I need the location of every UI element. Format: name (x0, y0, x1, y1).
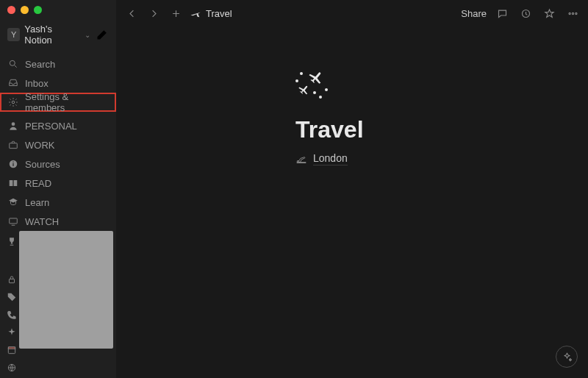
svg-point-18 (569, 13, 570, 14)
subpage-link-london[interactable]: London (295, 152, 588, 165)
topbar: Travel Share (116, 0, 588, 26)
sidebar-page-work[interactable]: WORK (0, 135, 116, 154)
subpage-label: London (313, 152, 348, 165)
svg-point-2 (12, 122, 15, 126)
gear-icon (7, 96, 19, 108)
sidebar-inbox[interactable]: Inbox (0, 74, 116, 93)
page-icon[interactable] (295, 66, 331, 101)
globe-icon[interactable] (6, 362, 18, 374)
page-content: Travel London (116, 26, 588, 165)
nav-forward-button[interactable] (146, 5, 162, 21)
book-icon (7, 177, 19, 189)
lock-icon[interactable] (6, 274, 18, 285)
svg-point-1 (12, 101, 15, 104)
briefcase-icon (7, 139, 19, 151)
svg-rect-5 (12, 163, 13, 166)
close-window-dot[interactable] (7, 6, 15, 14)
zoom-window-dot[interactable] (34, 6, 42, 14)
sidebar-page-label: WATCH (25, 216, 59, 227)
info-icon (7, 158, 19, 170)
sidebar-more-icons (0, 231, 18, 374)
sidebar-search-label: Search (25, 59, 55, 70)
workspace-name: Yash's Notion (24, 24, 80, 46)
svg-rect-6 (12, 162, 13, 163)
trophy-icon[interactable] (6, 235, 18, 247)
svg-rect-10 (8, 347, 15, 349)
sidebar-page-personal[interactable]: PERSONAL (0, 116, 116, 135)
plane-departure-icon (295, 153, 307, 165)
workspace-avatar: Y (7, 28, 20, 41)
updates-button[interactable] (517, 5, 534, 21)
sidebar-page-watch[interactable]: WATCH (0, 212, 116, 231)
tv-icon (7, 215, 19, 227)
breadcrumb-label: Travel (206, 8, 232, 19)
window-traffic-lights (7, 6, 42, 14)
svg-point-0 (10, 60, 15, 65)
tag-icon[interactable] (6, 291, 18, 303)
favorite-button[interactable] (541, 5, 557, 21)
graduation-icon (7, 196, 19, 208)
sidebar-page-sources[interactable]: Sources (0, 154, 116, 174)
sidebar-settings-members[interactable]: Settings & members (0, 93, 116, 112)
chevron-down-icon: ⌄ (85, 31, 90, 39)
svg-rect-8 (10, 279, 15, 282)
share-button[interactable]: Share (461, 8, 487, 19)
inbox-icon (7, 77, 19, 89)
page-title[interactable]: Travel (295, 116, 588, 143)
minimize-window-dot[interactable] (21, 6, 29, 14)
sidebar-settings-label: Settings & members (25, 91, 109, 113)
sidebar-search[interactable]: Search (0, 54, 116, 74)
sidebar: Y Yash's Notion ⌄ Search Inbox Settings … (0, 0, 116, 378)
new-page-button[interactable] (95, 26, 110, 43)
sidebar-inbox-label: Inbox (25, 78, 49, 89)
svg-rect-3 (10, 143, 18, 149)
sidebar-page-label: Learn (25, 197, 49, 208)
sidebar-page-thumbnail[interactable] (19, 231, 113, 349)
sidebar-page-label: PERSONAL (25, 121, 77, 132)
plane-icon (190, 7, 201, 19)
sidebar-page-label: WORK (25, 140, 54, 151)
svg-rect-21 (297, 163, 306, 163)
search-icon (7, 58, 19, 70)
more-button[interactable] (564, 5, 581, 21)
svg-point-19 (572, 13, 573, 14)
breadcrumb[interactable]: Travel (190, 7, 232, 19)
sidebar-page-label: Sources (25, 159, 60, 170)
svg-point-20 (575, 13, 576, 14)
calendar-mini-icon[interactable] (6, 344, 18, 356)
phone-icon[interactable] (6, 309, 18, 321)
sparkle-icon[interactable] (6, 327, 18, 338)
new-tab-button[interactable] (168, 5, 184, 21)
person-icon (7, 120, 19, 132)
main-area: Travel Share (116, 0, 588, 378)
ai-fab-button[interactable] (556, 346, 578, 368)
sidebar-page-learn[interactable]: Learn (0, 193, 116, 212)
svg-rect-7 (10, 218, 18, 224)
nav-back-button[interactable] (123, 5, 140, 21)
sidebar-page-label: READ (25, 178, 51, 189)
comments-button[interactable] (494, 5, 510, 21)
sidebar-page-read[interactable]: READ (0, 174, 116, 193)
sidebar-add-page[interactable]: Add a page (0, 374, 116, 378)
workspace-switcher[interactable]: Y Yash's Notion ⌄ (0, 21, 116, 49)
